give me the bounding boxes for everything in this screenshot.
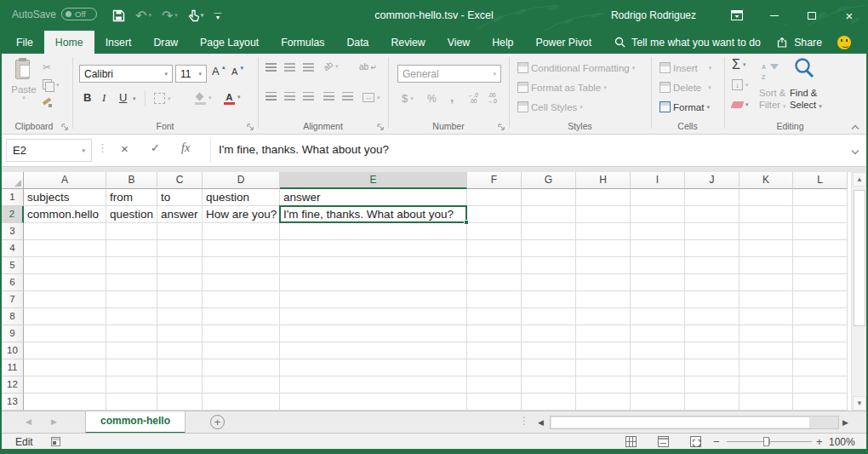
- cell-G8[interactable]: [522, 308, 576, 325]
- cell-B11[interactable]: [106, 359, 157, 376]
- vertical-scrollbar[interactable]: ▲ ▼: [851, 172, 866, 411]
- sheet-tab-common-hello[interactable]: common-hello: [85, 411, 186, 434]
- name-box[interactable]: E2▾: [6, 139, 92, 162]
- select-all-corner[interactable]: [2, 172, 24, 189]
- cell-A13[interactable]: [24, 394, 106, 411]
- cell-E1[interactable]: answer: [280, 189, 467, 206]
- copy-dropdown-icon[interactable]: ▾: [56, 82, 60, 89]
- cell-F6[interactable]: [467, 274, 522, 291]
- column-header-A[interactable]: A: [24, 172, 106, 189]
- cell-K5[interactable]: [740, 257, 793, 274]
- cell-A4[interactable]: [24, 240, 106, 257]
- cell-E12[interactable]: [280, 376, 467, 394]
- cell-A5[interactable]: [24, 257, 106, 274]
- close-button[interactable]: ×: [831, 0, 868, 31]
- increase-decimal-button[interactable]: ←.0.00: [468, 92, 478, 104]
- cell-H11[interactable]: [576, 359, 631, 376]
- cell-E2[interactable]: I'm fine, thanks. What about you?: [280, 206, 467, 223]
- macro-recording-icon[interactable]: [51, 437, 60, 446]
- row-header-10[interactable]: 10: [2, 342, 24, 359]
- cell-G6[interactable]: [522, 274, 576, 291]
- enter-button[interactable]: ✓: [151, 141, 160, 154]
- cell-J1[interactable]: [685, 189, 740, 206]
- feedback-smiley-icon[interactable]: [837, 36, 851, 49]
- cell-D2[interactable]: How are you?: [203, 206, 280, 223]
- column-header-F[interactable]: F: [467, 172, 522, 189]
- bottom-align-button[interactable]: [303, 63, 314, 72]
- cell-J6[interactable]: [685, 274, 740, 291]
- cell-E6[interactable]: [280, 274, 467, 291]
- align-center-button[interactable]: [284, 92, 295, 101]
- format-cells-button[interactable]: Format▾: [660, 101, 710, 112]
- cell-G5[interactable]: [522, 257, 576, 274]
- cell-I4[interactable]: [631, 240, 685, 257]
- cell-D5[interactable]: [203, 257, 280, 274]
- cell-F1[interactable]: [467, 189, 522, 206]
- tab-page-layout[interactable]: Page Layout: [189, 31, 270, 54]
- cell-C13[interactable]: [157, 394, 203, 411]
- cell-L9[interactable]: [793, 325, 848, 342]
- decrease-indent-button[interactable]: [323, 92, 334, 101]
- number-format-dropdown-icon[interactable]: ▾: [493, 71, 496, 78]
- cell-A8[interactable]: [24, 308, 106, 325]
- page-layout-view-button[interactable]: [658, 436, 669, 447]
- cell-E7[interactable]: [280, 291, 467, 308]
- row-header-6[interactable]: 6: [2, 274, 24, 291]
- underline-dropdown-icon[interactable]: ▾: [133, 95, 136, 102]
- merge-center-button[interactable]: ↔▾: [363, 93, 380, 102]
- cell-J2[interactable]: [685, 206, 740, 223]
- font-name-combo[interactable]: Calibri▾: [79, 65, 173, 83]
- fill-color-dropdown-icon[interactable]: ▾: [208, 95, 212, 101]
- cell-B2[interactable]: question: [106, 206, 157, 223]
- font-size-dropdown-icon[interactable]: ▾: [198, 71, 202, 78]
- cell-A1[interactable]: subjects: [24, 189, 106, 206]
- cell-J8[interactable]: [685, 308, 740, 325]
- cell-F9[interactable]: [467, 325, 522, 342]
- cell-I9[interactable]: [631, 325, 685, 342]
- cell-C5[interactable]: [157, 257, 203, 274]
- cell-I5[interactable]: [631, 257, 685, 274]
- cell-G3[interactable]: [522, 223, 576, 240]
- scroll-left-button[interactable]: ◀: [538, 418, 544, 427]
- cell-H5[interactable]: [576, 257, 631, 274]
- cell-I6[interactable]: [631, 274, 685, 291]
- font-color-button[interactable]: A▾: [224, 92, 241, 102]
- cell-L3[interactable]: [793, 223, 848, 240]
- column-header-K[interactable]: K: [740, 172, 793, 189]
- cell-L5[interactable]: [793, 257, 848, 274]
- paste-dropdown-icon[interactable]: ▾: [9, 95, 39, 101]
- cell-A2[interactable]: common.hello: [24, 206, 106, 223]
- cell-C9[interactable]: [157, 325, 203, 342]
- cell-K9[interactable]: [740, 325, 793, 342]
- tab-review[interactable]: Review: [380, 31, 436, 54]
- cell-D3[interactable]: [203, 223, 280, 240]
- cell-E8[interactable]: [280, 308, 467, 325]
- cancel-button[interactable]: ×: [121, 141, 128, 156]
- tab-draw[interactable]: Draw: [142, 31, 189, 54]
- cell-I1[interactable]: [631, 189, 685, 206]
- fill-dropdown-icon[interactable]: ▾: [745, 82, 749, 89]
- cell-F11[interactable]: [467, 359, 522, 376]
- cell-C12[interactable]: [157, 376, 203, 394]
- tell-me-box[interactable]: Tell me what you want to do: [614, 31, 761, 54]
- cell-I2[interactable]: [631, 206, 685, 223]
- cell-G7[interactable]: [522, 291, 576, 308]
- top-align-button[interactable]: [266, 63, 277, 72]
- scroll-up-button[interactable]: ▲: [853, 172, 866, 187]
- scroll-down-button[interactable]: ▼: [853, 396, 866, 411]
- row-header-13[interactable]: 13: [2, 394, 24, 411]
- cell-B1[interactable]: from: [106, 189, 157, 206]
- tab-formulas[interactable]: Formulas: [270, 31, 335, 54]
- cell-H8[interactable]: [576, 308, 631, 325]
- number-dialog-launcher[interactable]: [498, 123, 505, 133]
- cell-F2[interactable]: [467, 206, 522, 223]
- accounting-dropdown-icon[interactable]: ▾: [410, 95, 414, 102]
- cell-F4[interactable]: [467, 240, 522, 257]
- cell-K12[interactable]: [740, 376, 793, 394]
- cell-K11[interactable]: [740, 359, 793, 376]
- tabstrip-divider-dots[interactable]: ⋮: [519, 415, 529, 427]
- column-header-L[interactable]: L: [793, 172, 848, 189]
- cell-H2[interactable]: [576, 206, 631, 223]
- cell-B13[interactable]: [106, 394, 157, 411]
- cell-K7[interactable]: [740, 291, 793, 308]
